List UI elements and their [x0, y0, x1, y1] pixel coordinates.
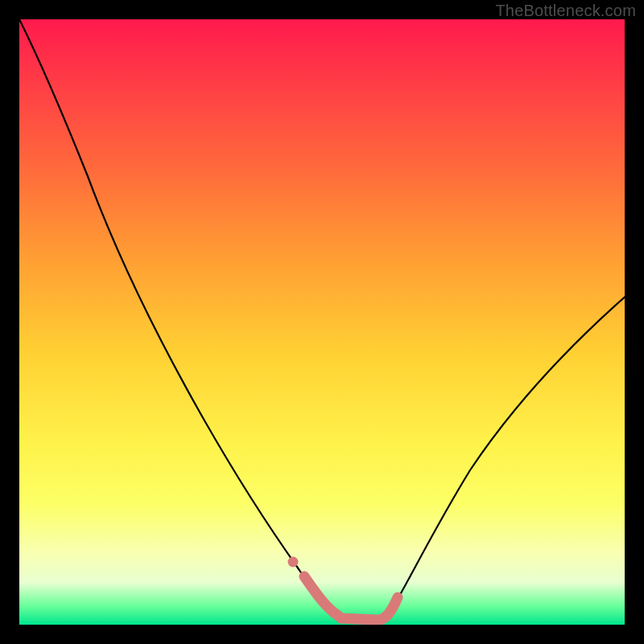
- bottleneck-curve-black: [19, 19, 625, 620]
- highlight-start-dot-icon: [288, 557, 299, 568]
- curve-layer: [19, 19, 625, 625]
- bottleneck-highlight-segment: [304, 576, 398, 620]
- chart-frame: TheBottleneck.com: [0, 0, 644, 644]
- attribution-label: TheBottleneck.com: [495, 2, 636, 20]
- plot-area: [19, 19, 625, 625]
